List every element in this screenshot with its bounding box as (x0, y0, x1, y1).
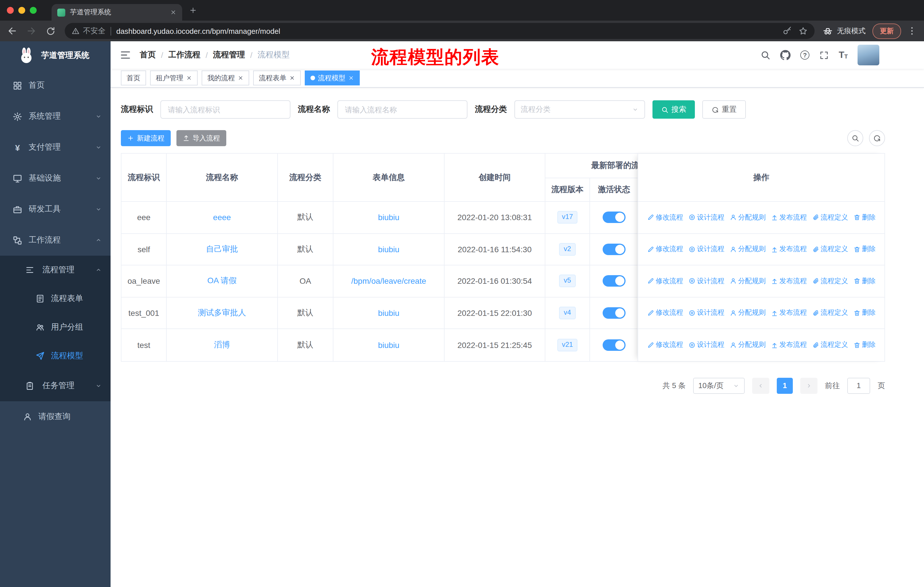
process-definition-link[interactable]: 流程定义 (812, 213, 848, 222)
github-icon[interactable] (780, 50, 790, 60)
process-name-link[interactable]: 自己审批 (206, 244, 238, 255)
sidebar-item-payment[interactable]: ¥ 支付管理 (0, 132, 111, 163)
tag-close-icon[interactable] (289, 75, 295, 81)
assign-rule-link[interactable]: 分配规则 (729, 276, 766, 286)
current-page-button[interactable]: 1 (777, 377, 793, 394)
publish-process-link[interactable]: 发布流程 (771, 213, 807, 222)
process-definition-link[interactable]: 流程定义 (812, 276, 848, 286)
fullscreen-icon[interactable] (819, 50, 829, 60)
nav-tag[interactable]: 租户管理 (150, 71, 198, 85)
nav-tag[interactable]: 流程表单 (253, 71, 301, 85)
assign-rule-link[interactable]: 分配规则 (729, 213, 766, 222)
sidebar-item-workflow[interactable]: 工作流程 (0, 225, 111, 256)
tag-close-icon[interactable] (238, 75, 243, 81)
active-toggle[interactable] (602, 307, 625, 319)
publish-process-link[interactable]: 发布流程 (771, 308, 807, 318)
back-button[interactable] (7, 26, 17, 36)
form-info-link[interactable]: biubiu (378, 213, 399, 222)
breadcrumb-item[interactable]: 工作流程 (168, 50, 201, 60)
delete-link[interactable]: 删除 (853, 276, 876, 286)
form-info-link[interactable]: biubiu (378, 341, 399, 350)
form-info-link[interactable]: biubiu (378, 308, 399, 317)
browser-menu-icon[interactable] (907, 26, 917, 36)
sidebar-item-home[interactable]: 首页 (0, 70, 111, 101)
sidebar-item-task-mgmt[interactable]: 任务管理 (0, 370, 111, 401)
avatar[interactable] (858, 45, 879, 65)
breadcrumb-item[interactable]: 流程管理 (213, 50, 245, 60)
sidebar-item-devtools[interactable]: 研发工具 (0, 194, 111, 225)
search-icon[interactable] (760, 50, 771, 60)
process-name-input[interactable] (337, 100, 467, 119)
reset-button[interactable]: 重置 (702, 100, 746, 119)
sidebar-item-system[interactable]: 系统管理 (0, 101, 111, 132)
publish-process-link[interactable]: 发布流程 (771, 245, 807, 254)
next-page-button[interactable] (800, 377, 817, 394)
modify-process-link[interactable]: 修改流程 (647, 308, 683, 318)
minimize-window-button[interactable] (18, 7, 25, 14)
design-process-link[interactable]: 设计流程 (688, 213, 724, 222)
form-info-link[interactable]: biubiu (378, 245, 399, 254)
forward-button[interactable] (26, 26, 37, 36)
active-toggle[interactable] (602, 244, 625, 255)
active-toggle[interactable] (602, 212, 625, 223)
assign-rule-link[interactable]: 分配规则 (729, 340, 766, 350)
sidebar-item-process-form[interactable]: 流程表单 (0, 284, 111, 313)
nav-tag-active[interactable]: 流程模型 (305, 71, 360, 85)
new-tab-button[interactable] (189, 6, 197, 14)
hamburger-icon[interactable] (120, 49, 131, 61)
process-name-link[interactable]: eeee (213, 213, 231, 222)
key-icon[interactable] (782, 26, 792, 36)
nav-tag[interactable]: 首页 (121, 71, 146, 85)
active-toggle[interactable] (602, 339, 625, 351)
page-jump-input[interactable] (847, 377, 870, 394)
sidebar-item-process-model[interactable]: 流程模型 (0, 342, 111, 370)
font-size-icon[interactable]: TT (839, 50, 848, 60)
prev-page-button[interactable] (752, 377, 769, 394)
form-info-link[interactable]: /bpm/oa/leave/create (351, 276, 426, 286)
modify-process-link[interactable]: 修改流程 (647, 213, 683, 222)
close-window-button[interactable] (7, 7, 14, 14)
design-process-link[interactable]: 设计流程 (688, 276, 724, 286)
process-definition-link[interactable]: 流程定义 (812, 340, 848, 350)
tag-close-icon[interactable] (348, 75, 354, 81)
assign-rule-link[interactable]: 分配规则 (729, 308, 766, 318)
tag-close-icon[interactable] (186, 75, 192, 81)
publish-process-link[interactable]: 发布流程 (771, 340, 807, 350)
star-icon[interactable] (799, 26, 808, 36)
reload-button[interactable] (46, 26, 56, 36)
sidebar-item-leave-query[interactable]: 请假查询 (0, 401, 111, 432)
process-name-link[interactable]: OA 请假 (207, 276, 237, 286)
nav-tag[interactable]: 我的流程 (201, 71, 249, 85)
category-select[interactable]: 流程分类 (515, 100, 645, 119)
delete-link[interactable]: 删除 (853, 308, 876, 318)
delete-link[interactable]: 删除 (853, 245, 876, 254)
process-definition-link[interactable]: 流程定义 (812, 245, 848, 254)
import-process-button[interactable]: 导入流程 (177, 130, 226, 146)
refresh-table-button[interactable] (869, 130, 885, 146)
process-name-link[interactable]: 测试多审批人 (198, 308, 246, 318)
delete-link[interactable]: 删除 (853, 340, 876, 350)
active-toggle[interactable] (602, 275, 625, 287)
help-icon[interactable]: ? (800, 50, 809, 60)
delete-link[interactable]: 删除 (853, 213, 876, 222)
modify-process-link[interactable]: 修改流程 (647, 276, 683, 286)
modify-process-link[interactable]: 修改流程 (647, 245, 683, 254)
assign-rule-link[interactable]: 分配规则 (729, 245, 766, 254)
publish-process-link[interactable]: 发布流程 (771, 276, 807, 286)
address-bar[interactable]: 不安全 dashboard.yudao.iocoder.cn/bpm/manag… (65, 23, 815, 39)
sidebar-item-user-group[interactable]: 用户分组 (0, 313, 111, 342)
sidebar-item-process-mgmt[interactable]: 流程管理 (0, 256, 111, 284)
breadcrumb-item[interactable]: 首页 (140, 50, 156, 60)
process-key-input[interactable] (160, 100, 290, 119)
zoom-window-button[interactable] (30, 7, 37, 14)
tab-close-icon[interactable] (170, 9, 177, 15)
toggle-search-button[interactable] (847, 130, 863, 146)
search-button[interactable]: 搜索 (652, 100, 695, 119)
sidebar-item-infrastructure[interactable]: 基础设施 (0, 163, 111, 194)
design-process-link[interactable]: 设计流程 (688, 308, 724, 318)
design-process-link[interactable]: 设计流程 (688, 245, 724, 254)
process-name-link[interactable]: 滔博 (214, 340, 230, 350)
modify-process-link[interactable]: 修改流程 (647, 340, 683, 350)
update-button[interactable]: 更新 (873, 23, 901, 39)
create-process-button[interactable]: 新建流程 (121, 130, 171, 146)
